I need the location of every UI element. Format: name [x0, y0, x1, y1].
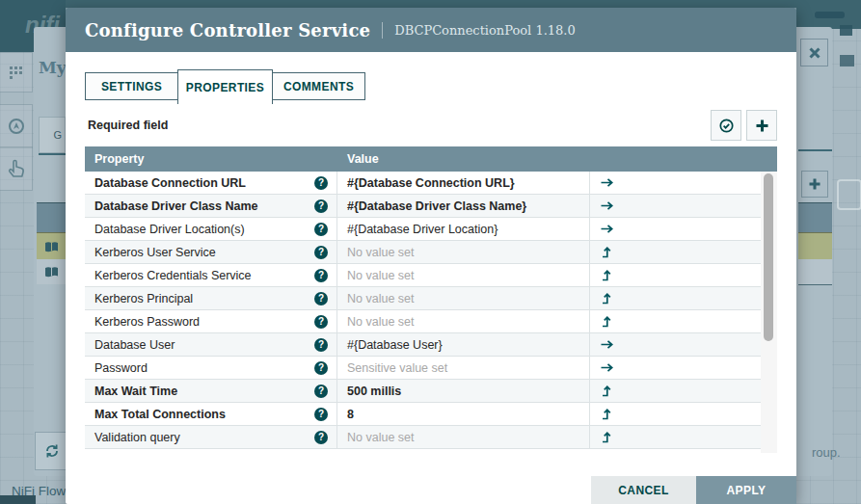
goto-cell[interactable]: [590, 264, 761, 286]
tab-comments[interactable]: COMMENTS: [272, 72, 365, 100]
property-value-cell[interactable]: #{Database Connection URL}: [337, 172, 590, 194]
property-value-cell[interactable]: No value set: [337, 310, 590, 332]
background-truncated-text: roup.: [812, 445, 841, 460]
property-value: #{Database Driver Class Name}: [347, 199, 526, 213]
property-name: Max Wait Time: [94, 385, 177, 398]
property-name-cell: Password ?: [85, 357, 337, 379]
arrow-right-icon: [600, 222, 614, 236]
arrow-up-bend-icon: [600, 430, 614, 444]
property-value: Sensitive value set: [347, 361, 447, 375]
property-name: Database Driver Class Name: [94, 199, 258, 213]
property-value: No value set: [347, 431, 414, 444]
goto-cell[interactable]: [590, 426, 761, 448]
property-value-cell[interactable]: No value set: [337, 287, 590, 309]
goto-cell[interactable]: [590, 287, 761, 309]
help-icon[interactable]: ?: [314, 431, 328, 444]
components-grid-icon: [9, 65, 24, 80]
goto-cell[interactable]: [590, 357, 761, 379]
help-icon[interactable]: ?: [314, 338, 328, 352]
goto-cell[interactable]: [590, 241, 761, 263]
background-highlighted-row: [798, 232, 832, 259]
table-row: Max Wait Time ? 500 millis: [85, 380, 761, 403]
property-name-cell: Max Wait Time ?: [85, 380, 337, 402]
verify-properties-button[interactable]: [711, 110, 741, 141]
background-refresh-button: [35, 432, 69, 470]
arrow-up-bend-icon: [600, 384, 614, 398]
required-field-label: Required field: [88, 119, 168, 132]
controller-service-book-icon: [44, 241, 59, 252]
dialog-subtitle: DBCPConnectionPool 1.18.0: [394, 23, 576, 38]
help-icon[interactable]: ?: [314, 361, 328, 375]
property-value-cell[interactable]: No value set: [337, 241, 590, 263]
add-property-button[interactable]: [746, 110, 777, 141]
property-value-cell[interactable]: 8: [337, 403, 590, 425]
close-icon: [808, 46, 821, 60]
background-divider: [798, 149, 832, 151]
cancel-button[interactable]: CANCEL: [591, 476, 696, 504]
background-table-header: [37, 202, 66, 232]
tab-settings[interactable]: SETTINGS: [85, 72, 178, 100]
property-name-cell: Database Driver Class Name ?: [85, 195, 337, 217]
help-icon[interactable]: ?: [314, 246, 328, 259]
table-body: Database Connection URL ? #{Database Con…: [85, 172, 777, 453]
goto-cell[interactable]: [590, 310, 761, 332]
property-value: No value set: [347, 315, 414, 329]
arrow-up-bend-icon: [600, 291, 614, 305]
help-icon[interactable]: ?: [314, 292, 328, 305]
help-icon[interactable]: ?: [314, 315, 328, 329]
panel-icon-fragment: [837, 179, 861, 210]
screen: nifi My G: [0, 0, 861, 504]
background-close-button: [800, 39, 828, 66]
arrow-right-icon: [600, 360, 614, 375]
goto-cell[interactable]: [590, 218, 761, 240]
table-rows: Database Connection URL ? #{Database Con…: [85, 172, 761, 449]
arrow-right-icon: [600, 337, 614, 352]
background-row: [37, 259, 66, 284]
property-value-cell[interactable]: Sensitive value set: [337, 357, 590, 379]
property-value-cell[interactable]: 500 millis: [337, 380, 590, 402]
goto-cell[interactable]: [590, 380, 761, 402]
table-row: Kerberos User Service ? No value set: [85, 241, 761, 264]
property-value: No value set: [347, 269, 414, 282]
goto-cell[interactable]: [590, 333, 761, 356]
property-name: Kerberos Credentials Service: [94, 269, 252, 282]
navbar-fragment: [815, 12, 845, 18]
property-name-cell: Database Driver Location(s) ?: [85, 218, 337, 240]
table-scrollbar[interactable]: [761, 172, 777, 453]
property-value-cell[interactable]: #{Database User}: [337, 333, 590, 356]
help-icon[interactable]: ?: [314, 269, 328, 282]
plus-icon: [755, 119, 769, 133]
property-value-cell[interactable]: No value set: [337, 426, 590, 448]
property-value: No value set: [347, 292, 414, 305]
hand-pointer-icon: [6, 157, 27, 180]
help-icon[interactable]: ?: [314, 385, 328, 398]
goto-cell[interactable]: [590, 172, 761, 194]
properties-toolbar: [711, 110, 777, 141]
arrow-up-bend-icon: [600, 314, 614, 329]
background-row: [798, 259, 832, 285]
apply-button[interactable]: APPLY: [696, 476, 796, 504]
background-highlighted-row: [37, 232, 66, 259]
dialog-tabs: SETTINGS PROPERTIES COMMENTS: [85, 69, 365, 104]
property-value-cell[interactable]: No value set: [337, 264, 590, 286]
property-value-cell[interactable]: #{Database Driver Class Name}: [337, 195, 590, 217]
property-name: Database Connection URL: [94, 176, 246, 190]
help-icon[interactable]: ?: [314, 408, 328, 421]
property-name-cell: Kerberos Principal ?: [85, 287, 337, 309]
scrollbar-thumb[interactable]: [764, 173, 773, 341]
property-name: Max Total Connections: [94, 408, 226, 421]
property-value-cell[interactable]: #{Database Driver Location}: [337, 218, 590, 240]
plus-icon: [808, 177, 821, 191]
help-icon[interactable]: ?: [314, 199, 328, 213]
property-value: 500 millis: [347, 385, 401, 398]
goto-cell[interactable]: [590, 403, 761, 425]
table-header-row: Property Value: [85, 146, 777, 172]
canvas-corner-fragment: [0, 495, 36, 504]
title-divider: [382, 22, 383, 39]
tab-properties[interactable]: PROPERTIES: [177, 69, 273, 104]
goto-cell[interactable]: [590, 195, 761, 217]
property-value: #{Database User}: [347, 338, 443, 352]
property-name-cell: Validation query ?: [85, 426, 337, 448]
help-icon[interactable]: ?: [314, 176, 328, 190]
help-icon[interactable]: ?: [314, 223, 328, 236]
